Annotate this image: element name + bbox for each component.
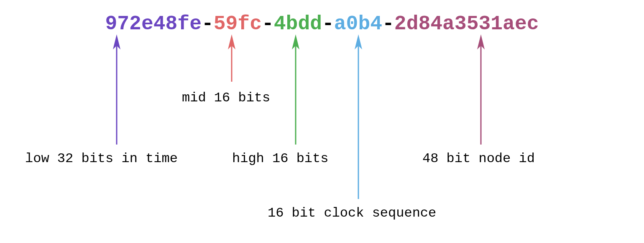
label-time-high: high 16 bits bbox=[232, 151, 328, 166]
uuid-segment-time-high: 4bdd bbox=[274, 13, 322, 35]
uuid-segment-time-low: 972e48fe bbox=[105, 13, 202, 35]
uuid-segment-node: 2d84a3531aec bbox=[394, 13, 539, 35]
uuid-dash: - bbox=[382, 13, 394, 35]
uuid-string: 972e48fe-59fc-4bdd-a0b4-2d84a3531aec bbox=[0, 13, 644, 35]
label-clock-seq: 16 bit clock sequence bbox=[268, 205, 436, 221]
uuid-dash: - bbox=[322, 13, 334, 35]
label-node: 48 bit node id bbox=[422, 151, 535, 166]
uuid-dash: - bbox=[202, 13, 214, 35]
uuid-segment-clock-seq: a0b4 bbox=[334, 13, 382, 35]
uuid-diagram: 972e48fe-59fc-4bdd-a0b4-2d84a3531aec low bbox=[0, 0, 644, 243]
label-time-low: low 32 bits in time bbox=[25, 151, 178, 166]
uuid-segment-time-mid: 59fc bbox=[214, 13, 262, 35]
label-time-mid: mid 16 bits bbox=[182, 90, 270, 106]
uuid-dash: - bbox=[262, 13, 274, 35]
